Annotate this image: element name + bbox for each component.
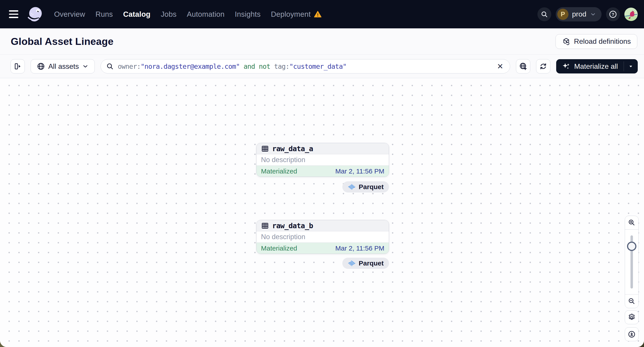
query-key: owner: [118,62,140,70]
kind-badge-parquet[interactable]: Parquet [342,258,389,269]
asset-node-header: raw_data_a [256,143,389,154]
search-icon [106,62,114,70]
search-button[interactable] [538,7,551,21]
filter-query: owner:"nora.dagster@example.com" and not… [118,62,346,70]
lineage-toolbar: All assets owner:"nora.dagster@example.c… [0,55,644,78]
svg-text:?: ? [612,12,614,17]
query-value: "customer_data" [290,62,346,70]
zoom-in-button[interactable] [625,216,638,229]
zoom-controls [625,216,639,308]
asset-name: raw_data_a [272,144,313,153]
kind-badge-label: Parquet [359,260,384,267]
zoom-slider [625,229,638,295]
help-icon: ? [608,10,618,19]
app-window: Overview Runs Catalog Jobs Automation In… [0,0,644,347]
lineage-canvas[interactable]: raw_data_a No description Materialized M… [0,78,644,347]
refresh-button[interactable] [536,59,550,73]
materialize-all-label: Materialize all [574,62,618,70]
query-operator: and not [240,62,274,70]
nav-item-overview[interactable]: Overview [54,10,85,18]
asset-node-header: raw_data_b [256,220,389,231]
kind-badge-label: Parquet [359,183,384,191]
asset-scope-label: All assets [48,62,79,70]
environment-initial: P [557,9,568,20]
materialize-options-button[interactable] [624,59,638,73]
page-header: Global Asset Lineage Reload definitions [0,28,644,55]
clear-filter-icon[interactable]: ✕ [495,62,505,71]
hamburger-menu-icon[interactable] [7,7,21,21]
nav-item-runs[interactable]: Runs [96,10,113,18]
refresh-icon [539,62,548,70]
environment-switcher[interactable]: P prod [556,7,602,21]
zoom-out-button[interactable] [625,295,638,308]
dagster-logo-icon[interactable] [26,5,44,23]
table-icon [261,222,269,230]
zoom-out-icon [628,298,636,305]
zoom-slider-thumb[interactable] [627,242,636,251]
asset-name: raw_data_b [272,222,313,230]
asset-node-raw-data-a[interactable]: raw_data_a No description Materialized M… [256,143,389,177]
sparkles-icon [562,62,570,70]
chevron-down-icon [82,63,89,70]
globe-plus-icon [519,62,527,70]
nav-item-insights[interactable]: Insights [235,10,260,18]
query-value: "nora.dagster@example.com" [140,62,240,70]
open-panel-button[interactable] [10,59,25,73]
materialize-split-button: Materialize all [556,59,638,73]
materialization-timestamp[interactable]: Mar 2, 11:56 PM [335,245,384,252]
globe-icon [37,62,45,70]
new-scope-button[interactable] [516,59,530,73]
environment-label: prod [572,10,586,18]
download-graph-button[interactable] [625,327,639,341]
chevron-down-icon [590,11,596,17]
materialization-timestamp[interactable]: Mar 2, 11:56 PM [335,167,384,175]
materialize-all-button[interactable]: Materialize all [556,59,624,73]
kind-badge-parquet[interactable]: Parquet [342,181,389,192]
table-icon [261,145,269,153]
warning-icon [314,10,322,18]
nav-item-catalog[interactable]: Catalog [123,10,150,18]
page-title: Global Asset Lineage [11,36,114,47]
nav-links: Overview Runs Catalog Jobs Automation In… [54,10,322,18]
search-icon [540,10,548,18]
parquet-icon [348,259,356,267]
zoom-in-icon [628,219,636,226]
asset-scope-dropdown[interactable]: All assets [30,59,95,73]
asset-description: No description [256,231,389,243]
gear-icon [628,313,636,321]
nav-item-automation[interactable]: Automation [187,10,224,18]
top-nav: Overview Runs Catalog Jobs Automation In… [0,0,644,28]
query-key: tag: [274,62,289,70]
status-badge: Materialized [261,245,297,252]
open-panel-icon [14,62,22,70]
reload-definitions-label: Reload definitions [574,37,631,45]
reload-definitions-icon [562,37,570,46]
download-icon [628,330,636,338]
status-badge: Materialized [261,167,297,175]
help-button[interactable]: ? [606,7,620,21]
caret-down-icon [628,63,634,69]
parquet-icon [348,183,356,191]
user-avatar[interactable] [624,7,638,21]
asset-filter-input[interactable]: owner:"nora.dagster@example.com" and not… [100,59,510,73]
asset-status-row: Materialized Mar 2, 11:56 PM [256,165,389,177]
graph-settings-button[interactable] [625,310,639,324]
nav-item-deployment-label: Deployment [271,10,310,18]
nav-item-jobs[interactable]: Jobs [161,10,176,18]
nav-item-deployment[interactable]: Deployment [271,10,322,18]
avatar-bird-image [624,7,638,21]
nav-right-cluster: P prod ? [538,7,638,21]
asset-status-row: Materialized Mar 2, 11:56 PM [256,243,389,254]
asset-description: No description [256,154,389,165]
reload-definitions-button[interactable]: Reload definitions [556,34,637,49]
asset-node-raw-data-b[interactable]: raw_data_b No description Materialized M… [256,220,389,254]
